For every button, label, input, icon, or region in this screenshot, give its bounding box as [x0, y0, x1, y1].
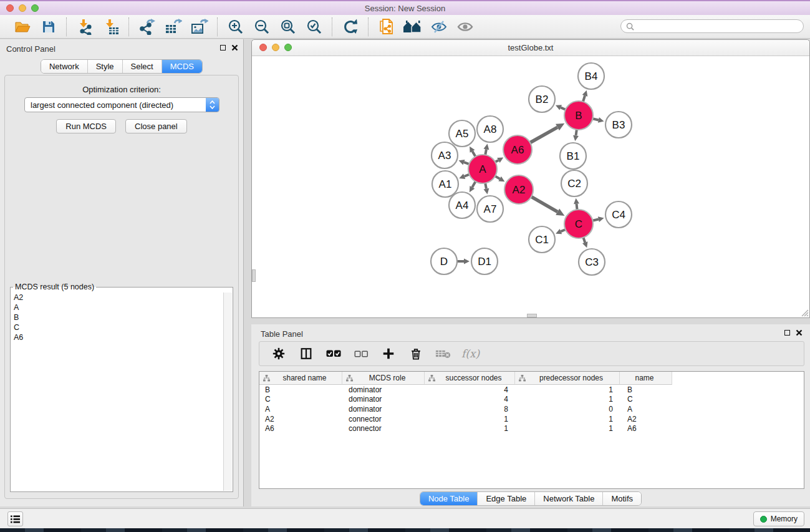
column-header-shared-name[interactable]: shared name — [259, 372, 342, 385]
import-table-button[interactable] — [100, 17, 122, 37]
open-session-button[interactable] — [11, 17, 34, 37]
graph-edge[interactable] — [472, 181, 475, 187]
show-columns-button[interactable] — [297, 344, 316, 363]
float-table-panel-icon[interactable] — [784, 330, 790, 336]
graph-edge[interactable] — [485, 183, 486, 189]
show-all-button[interactable] — [454, 17, 476, 37]
column-header-successor-nodes[interactable]: successor nodes — [425, 372, 515, 385]
graph-node-B4[interactable]: B4 — [578, 63, 604, 89]
zoom-out-button[interactable] — [251, 17, 273, 37]
export-image-button[interactable] — [188, 17, 211, 37]
graph-edge[interactable] — [464, 162, 469, 164]
graph-node-B2[interactable]: B2 — [529, 86, 555, 112]
graph-edge[interactable] — [561, 107, 566, 109]
tab-node-table[interactable]: Node Table — [420, 492, 478, 505]
function-builder-button[interactable]: f(x) — [461, 347, 480, 360]
zoom-selected-button[interactable] — [303, 17, 325, 37]
graph-edge[interactable] — [576, 130, 577, 136]
table-settings-button[interactable] — [269, 344, 288, 363]
vertical-splitter-handle[interactable] — [252, 269, 256, 282]
graph-edge[interactable] — [465, 175, 470, 177]
zoom-in-button[interactable] — [224, 17, 247, 37]
hide-selected-button[interactable] — [428, 17, 450, 37]
delete-table-button[interactable] — [434, 344, 453, 363]
graph-edge[interactable] — [531, 196, 557, 211]
result-list-item[interactable]: B — [11, 312, 224, 322]
show-panels-list-button[interactable] — [7, 511, 23, 526]
create-column-button[interactable] — [379, 344, 398, 363]
tab-style[interactable]: Style — [87, 60, 122, 73]
close-panel-icon[interactable] — [231, 44, 238, 51]
close-panel-button[interactable]: Close panel — [125, 119, 187, 133]
table-row[interactable]: Bdominator41B — [259, 385, 804, 395]
horizontal-splitter-handle[interactable] — [527, 314, 537, 317]
graph-edge[interactable] — [473, 152, 476, 157]
export-network-button[interactable] — [136, 17, 158, 37]
zoom-fit-button[interactable] — [277, 17, 299, 37]
graph-edge[interactable] — [577, 204, 577, 210]
resize-grip-icon[interactable] — [799, 307, 809, 317]
select-all-columns-button[interactable] — [324, 344, 343, 363]
unselect-all-columns-button[interactable] — [352, 344, 370, 363]
graph-node-A4[interactable]: A4 — [449, 192, 475, 218]
graph-edge[interactable] — [583, 95, 585, 102]
column-header-predecessor-nodes[interactable]: predecessor nodes — [515, 372, 620, 385]
graph-node-B1[interactable]: B1 — [560, 143, 586, 169]
graph-edge[interactable] — [485, 149, 486, 155]
result-list-item[interactable]: A — [11, 302, 224, 312]
float-panel-icon[interactable] — [220, 45, 226, 51]
graph-edge[interactable] — [495, 176, 500, 178]
graph-edge[interactable] — [530, 127, 557, 143]
graph-node-D1[interactable]: D1 — [471, 248, 498, 274]
run-mcds-button[interactable]: Run MCDS — [56, 119, 116, 133]
network-graph[interactable]: B4B2BB3A8A5A6A3B1AC2A1A2A4A7C4CC1C3DD1 — [252, 56, 808, 317]
memory-button[interactable]: Memory — [753, 511, 804, 526]
result-list-item[interactable]: A6 — [11, 332, 224, 342]
tab-network[interactable]: Network — [41, 60, 87, 73]
network-canvas[interactable]: B4B2BB3A8A5A6A3B1AC2A1A2A4A7C4CC1C3DD1 — [252, 56, 809, 317]
graph-node-A8[interactable]: A8 — [477, 116, 503, 142]
table-row[interactable]: A2connector11A2 — [259, 414, 804, 424]
column-header-name[interactable]: name — [620, 372, 672, 385]
graph-edge[interactable] — [592, 118, 598, 120]
graph-node-A3[interactable]: A3 — [432, 142, 458, 168]
graph-node-A1[interactable]: A1 — [432, 171, 458, 197]
refresh-button[interactable] — [339, 17, 362, 37]
tab-select[interactable]: Select — [122, 60, 162, 73]
graph-node-A5[interactable]: A5 — [449, 120, 475, 147]
tab-mcds[interactable]: MCDS — [162, 60, 202, 73]
new-network-from-selection-button[interactable] — [375, 17, 398, 37]
close-table-panel-icon[interactable] — [796, 329, 803, 336]
optimization-criterion-select[interactable]: largest connected component (directed) — [24, 97, 219, 112]
graph-node-B3[interactable]: B3 — [605, 112, 632, 138]
graph-node-C2[interactable]: C2 — [561, 170, 587, 196]
graph-node-D[interactable]: D — [431, 248, 457, 274]
export-table-button[interactable] — [162, 17, 185, 37]
graph-node-A6[interactable]: A6 — [503, 135, 532, 164]
graph-node-A[interactable]: A — [468, 155, 497, 183]
graph-node-B[interactable]: B — [564, 101, 593, 130]
result-scrollbar[interactable] — [223, 293, 232, 491]
graph-node-C1[interactable]: C1 — [529, 226, 555, 253]
first-neighbors-button[interactable] — [402, 17, 424, 37]
column-header-MCDS-role[interactable]: MCDS role — [342, 372, 425, 385]
result-list-item[interactable]: C — [11, 322, 224, 332]
import-network-button[interactable] — [74, 17, 96, 37]
delete-column-button[interactable] — [407, 344, 425, 363]
graph-edge[interactable] — [592, 220, 598, 221]
graph-edge[interactable] — [561, 230, 565, 231]
graph-edge[interactable] — [583, 238, 585, 243]
table-row[interactable]: Adominator80A — [259, 404, 804, 414]
tab-edge-table[interactable]: Edge Table — [477, 492, 534, 505]
graph-node-C3[interactable]: C3 — [579, 249, 605, 275]
table-row[interactable]: Cdominator41C — [259, 395, 804, 405]
save-session-button[interactable] — [37, 17, 60, 37]
graph-node-C4[interactable]: C4 — [605, 201, 632, 228]
table-row[interactable]: A6connector11A6 — [259, 423, 804, 433]
tab-motifs[interactable]: Motifs — [602, 492, 641, 505]
graph-node-C[interactable]: C — [564, 210, 593, 238]
search-input[interactable] — [637, 21, 798, 31]
tab-network-table[interactable]: Network Table — [534, 492, 602, 505]
search-box[interactable] — [620, 19, 804, 33]
graph-node-A7[interactable]: A7 — [477, 196, 503, 222]
